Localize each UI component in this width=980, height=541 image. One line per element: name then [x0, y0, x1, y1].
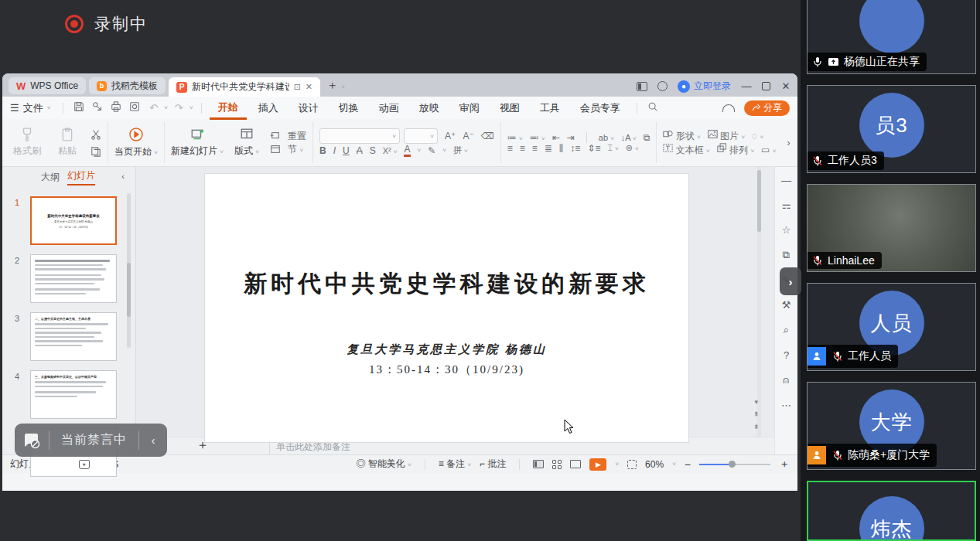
normal-view-icon[interactable]: [533, 460, 544, 468]
share-button[interactable]: 分享: [744, 100, 790, 116]
slideshow-play-button[interactable]: ▶: [589, 458, 606, 471]
tab-close-icon[interactable]: ✕: [306, 82, 312, 92]
play-from-current-button[interactable]: 当页开始 ˅: [114, 127, 158, 158]
justify-icon[interactable]: ≣: [545, 143, 552, 154]
next-slide-icon[interactable]: ⇟: [753, 423, 760, 430]
participant-tile[interactable]: 人员 工作人员: [807, 283, 976, 371]
menu-member[interactable]: 会员专享: [572, 97, 629, 118]
scroll-down-icon[interactable]: ▾: [753, 398, 760, 406]
picture-button[interactable]: 图片 ˅: [708, 129, 745, 143]
doc-finder-icon[interactable]: ⌕: [780, 324, 793, 336]
search-icon[interactable]: [645, 101, 661, 114]
text-direction-icon[interactable]: ↓A ˅: [621, 133, 637, 142]
bold-icon[interactable]: B: [319, 145, 326, 156]
zoom-slider-knob[interactable]: [729, 461, 736, 468]
current-slide[interactable]: 新时代中共党史学科建设的新要求 复旦大学马克思主义学院 杨德山 13：50-14…: [205, 174, 688, 442]
distribute-icon[interactable]: ⫼: [559, 143, 564, 154]
ribbon-expand-icon[interactable]: ›: [782, 122, 794, 163]
print-icon[interactable]: [108, 101, 124, 114]
login-button[interactable]: ● 立即登录: [678, 80, 731, 93]
menu-view[interactable]: 视图: [491, 97, 528, 118]
valign-icon[interactable]: ⊜ ˅: [626, 143, 639, 153]
scrollbar-thumb[interactable]: [757, 170, 761, 232]
zoom-out-icon[interactable]: −: [685, 458, 691, 471]
slide-thumbnail-1[interactable]: 新时代中共党史学科建设的新要求 复旦大学马克思主义学院 杨德山 13：50-14…: [30, 196, 117, 245]
zoom-slider[interactable]: [699, 464, 770, 465]
align-center-icon[interactable]: ≡: [520, 143, 525, 154]
font-color-icon[interactable]: A: [404, 144, 410, 157]
meeting-panel-expand-button[interactable]: ›: [780, 267, 801, 295]
prev-slide-icon[interactable]: ⇞: [753, 410, 760, 418]
increase-font-icon[interactable]: A⁺: [445, 131, 456, 141]
paste-button[interactable]: 粘贴: [50, 128, 84, 158]
slide-thumbnail-4[interactable]: 三、从新视角研究中共党史、认识中国共产党: [30, 370, 117, 419]
restore-button[interactable]: [762, 82, 770, 90]
cut-icon[interactable]: [90, 129, 101, 140]
export-icon[interactable]: [90, 101, 105, 114]
new-tab-button[interactable]: ＋ ˅: [326, 78, 345, 93]
tab-current-document[interactable]: P 新时代中共党史学科建设的新 ⊡ ✕: [169, 77, 320, 97]
workspace-icon[interactable]: [657, 81, 668, 91]
magic-wand-icon[interactable]: ⚒: [780, 299, 793, 311]
zoom-level[interactable]: 60%: [645, 459, 664, 470]
increase-indent-icon[interactable]: ⇥: [567, 132, 575, 143]
more-icon[interactable]: ⋯: [780, 400, 793, 411]
decrease-font-icon[interactable]: A⁻: [463, 131, 473, 141]
chevron-down-icon[interactable]: ˅: [190, 104, 193, 111]
menu-insert[interactable]: 插入: [250, 97, 287, 118]
fit-screen-icon[interactable]: [627, 460, 637, 469]
participant-tile-sharing[interactable]: 杨德山正在共享: [807, 0, 976, 74]
superscript-icon[interactable]: X² ˅: [383, 146, 398, 155]
menu-design[interactable]: 设计: [290, 97, 327, 118]
collapse-banner-icon[interactable]: ‹: [139, 434, 167, 447]
slide-thumbnail-2[interactable]: [30, 254, 117, 303]
tab-docer-templates[interactable]: b 找稻壳模板: [89, 77, 166, 94]
reset-button[interactable]: 重置: [270, 130, 306, 143]
outline-tab[interactable]: 大纲: [41, 171, 60, 184]
arrange-button[interactable]: 排列 ˅: [717, 143, 754, 157]
wps-ai-icon[interactable]: [79, 460, 90, 469]
line-spacing-icon[interactable]: ↕≡: [570, 143, 580, 154]
effects-star-icon[interactable]: ☆: [780, 224, 793, 236]
menu-home[interactable]: 开始: [210, 97, 247, 120]
menu-review[interactable]: 审阅: [451, 97, 488, 118]
underline-icon[interactable]: U: [343, 145, 350, 156]
panel-scrollbar[interactable]: [127, 193, 131, 348]
bullet-list-icon[interactable]: ≔ ˅: [507, 132, 523, 143]
slides-tab[interactable]: 幻灯片: [67, 169, 95, 185]
participant-tile-speaking[interactable]: 炜杰: [807, 481, 976, 541]
menu-transition[interactable]: 切换: [330, 97, 367, 118]
shadow-icon[interactable]: S: [370, 145, 376, 156]
slide-canvas[interactable]: 新时代中共党史学科建设的新要求 复旦大学马克思主义学院 杨德山 13：50-14…: [136, 167, 774, 437]
collapse-rail-icon[interactable]: —: [780, 175, 793, 186]
spacing-options-icon[interactable]: ⌶ ˅: [607, 143, 618, 153]
close-button[interactable]: ✕: [780, 80, 791, 92]
strikethrough-icon[interactable]: A: [357, 145, 363, 156]
convert-smartart-icon[interactable]: ⧉: [644, 132, 650, 143]
layout-button[interactable]: 版式 ˅: [230, 128, 264, 158]
pinyin-icon[interactable]: 拼 ˅: [453, 145, 468, 156]
slide-thumbnail-3[interactable]: 二、认清中共党史的主题主线、主流本质: [30, 312, 117, 361]
decrease-indent-icon[interactable]: ⇤: [552, 132, 560, 143]
notes-button[interactable]: ≡ 备注 ˅: [439, 458, 471, 471]
properties-icon[interactable]: ⚎: [780, 199, 793, 211]
animation-pane-icon[interactable]: ⧉: [780, 249, 793, 261]
participant-tile-video[interactable]: LinhaiLee: [807, 184, 976, 272]
split-view-icon[interactable]: [637, 82, 647, 91]
docer-helmet-icon[interactable]: [722, 104, 735, 112]
file-menu[interactable]: ☰ 文件 ˅: [10, 101, 50, 115]
comment-button[interactable]: ⌐ 批注: [480, 458, 506, 471]
format-painter-button[interactable]: 格式刷: [10, 128, 44, 158]
highlight-icon[interactable]: ✎: [428, 145, 435, 156]
numbered-list-icon[interactable]: ≕ ˅: [530, 132, 545, 143]
participant-tile[interactable]: 大学 陈萌桑+厦门大学: [807, 382, 976, 470]
beautify-button[interactable]: ◎ 智能美化 ˅: [356, 458, 411, 471]
undo-icon[interactable]: ↶: [145, 102, 161, 114]
align-right-icon[interactable]: ≡: [532, 143, 538, 154]
font-family-select[interactable]: ˅: [319, 128, 400, 144]
para-spacing-icon[interactable]: ⇕≡: [587, 143, 600, 154]
print-preview-icon[interactable]: [127, 101, 142, 114]
italic-icon[interactable]: I: [333, 145, 336, 156]
tab-wps-office[interactable]: W WPS Office: [9, 77, 86, 94]
sorter-view-icon[interactable]: [552, 460, 562, 469]
